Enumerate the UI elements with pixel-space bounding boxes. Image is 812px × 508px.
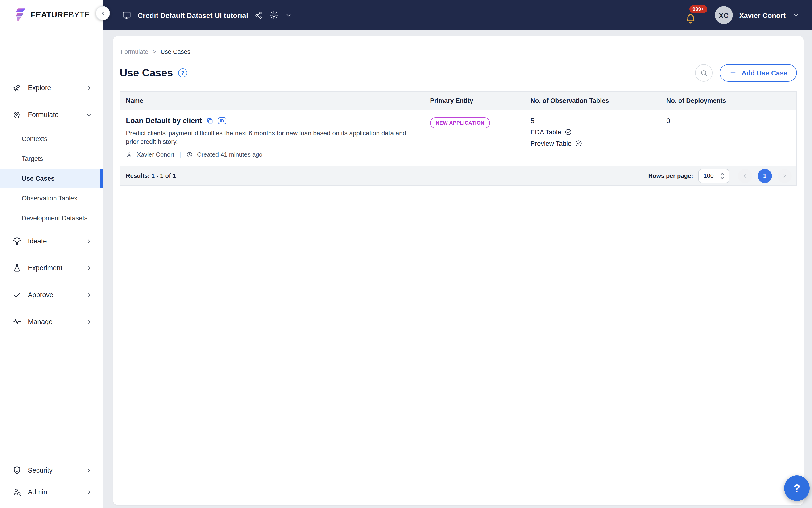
- meta-divider: |: [178, 151, 182, 158]
- sidebar-item-explore[interactable]: Explore: [0, 78, 103, 97]
- clock-icon: [186, 151, 193, 158]
- gear-icon[interactable]: [269, 10, 279, 20]
- use-case-name-link[interactable]: Loan Default by client: [126, 117, 202, 125]
- sidebar-item-label: Manage: [28, 318, 85, 326]
- copy-icon[interactable]: [206, 117, 214, 125]
- project-menu-chevron-down-icon[interactable]: [285, 11, 292, 19]
- formulate-submenu: Contexts Targets Use Cases Observation T…: [0, 130, 103, 228]
- sidebar-item-label: Experiment: [28, 264, 85, 272]
- notifications-button[interactable]: 999+: [683, 6, 708, 25]
- sidebar-item-admin[interactable]: Admin: [0, 482, 103, 501]
- project-title: Credit Default Dataset UI tutorial: [138, 11, 248, 19]
- primary-entity-cell: NEW APPLICATION: [424, 117, 525, 158]
- chevron-right-icon: [85, 291, 92, 298]
- sidebar-item-approve[interactable]: Approve: [0, 285, 103, 304]
- sidebar-item-observation-tables[interactable]: Observation Tables: [0, 189, 103, 208]
- column-header-name: Name: [120, 97, 424, 104]
- telescope-icon: [12, 83, 22, 92]
- help-button[interactable]: ?: [784, 475, 810, 501]
- sidebar-item-security[interactable]: Security: [0, 461, 103, 480]
- user-search-icon: [12, 487, 22, 497]
- check-circle-icon: [565, 128, 572, 136]
- bell-icon: [684, 13, 696, 25]
- content-card: Formulate > Use Cases Use Cases ? Add: [113, 36, 804, 505]
- main-content: Formulate > Use Cases Use Cases ? Add: [103, 30, 812, 508]
- chevron-right-icon: [85, 489, 92, 496]
- results-count: Results: 1 - 1 of 1: [126, 172, 176, 179]
- observation-tables-count: 5: [531, 117, 661, 125]
- chevron-down-icon: [85, 111, 92, 118]
- add-use-case-label: Add Use Case: [741, 69, 787, 77]
- observation-tables-cell: 5 EDA Table Preview Table: [525, 117, 661, 158]
- next-page-button[interactable]: [777, 169, 792, 183]
- previous-page-button[interactable]: [738, 169, 752, 183]
- rows-per-page-stepper[interactable]: [698, 169, 729, 183]
- breadcrumb-separator: >: [152, 48, 156, 55]
- table-row: Loan Default by client ID Predict client…: [120, 111, 797, 166]
- rows-per-page-label: Rows per page:: [648, 172, 693, 179]
- help-question-icon[interactable]: ?: [178, 69, 187, 77]
- sidebar-item-manage[interactable]: Manage: [0, 312, 103, 331]
- share-icon[interactable]: [255, 11, 263, 19]
- sidebar-nav: Explore Formulate Contexts Targets Use C…: [0, 78, 103, 331]
- author-name: Xavier Conort: [137, 151, 174, 158]
- sidebar-item-experiment[interactable]: Experiment: [0, 258, 103, 277]
- user-icon: [126, 151, 133, 158]
- app-root: Credit Default Dataset UI tutorial 999+ …: [0, 0, 812, 508]
- sidebar-item-label: Explore: [28, 84, 85, 91]
- avatar[interactable]: XC: [715, 6, 732, 24]
- shield-check-icon: [12, 466, 22, 475]
- observation-table-item: Preview Table: [531, 140, 661, 147]
- page-title: Use Cases: [120, 67, 173, 79]
- monitor-icon: [122, 10, 132, 20]
- sidebar-item-label: Ideate: [28, 237, 85, 245]
- head-gear-icon: [12, 110, 22, 119]
- sidebar-item-use-cases[interactable]: Use Cases: [0, 169, 103, 188]
- sidebar-collapse-button[interactable]: [96, 6, 110, 20]
- column-header-primary-entity: Primary Entity: [424, 97, 525, 104]
- check-icon: [12, 290, 22, 299]
- chevron-right-icon: [85, 467, 92, 474]
- activity-icon: [12, 317, 22, 326]
- pagination: 1: [738, 169, 792, 183]
- add-use-case-button[interactable]: Add Use Case: [720, 64, 797, 82]
- use-cases-table: Name Primary Entity No. of Observation T…: [120, 91, 797, 186]
- rows-per-page-input[interactable]: [704, 172, 720, 179]
- brand-text: FEATUREBYTE: [31, 10, 90, 20]
- sidebar-item-label: Formulate: [28, 111, 85, 118]
- sidebar-item-formulate[interactable]: Formulate: [0, 105, 103, 124]
- page-number-button[interactable]: 1: [758, 169, 772, 183]
- primary-entity-badge[interactable]: NEW APPLICATION: [430, 118, 490, 128]
- created-timestamp: Created 41 minutes ago: [197, 151, 263, 158]
- chevron-right-icon: [85, 238, 92, 245]
- table-header-row: Name Primary Entity No. of Observation T…: [120, 91, 797, 111]
- page-header: Use Cases ? Add Use Case: [120, 64, 797, 82]
- use-case-description: Predict clients' payment difficulties th…: [126, 129, 409, 146]
- use-case-meta: Xavier Conort | Created 41 minutes ago: [126, 151, 424, 158]
- sidebar-item-ideate[interactable]: Ideate: [0, 231, 103, 250]
- sidebar-item-targets[interactable]: Targets: [0, 150, 103, 168]
- copy-id-icon[interactable]: ID: [218, 118, 226, 124]
- search-button[interactable]: [695, 64, 713, 82]
- sidebar-item-contexts[interactable]: Contexts: [0, 130, 103, 149]
- user-name[interactable]: Xavier Conort: [739, 11, 785, 19]
- flask-icon: [12, 263, 22, 272]
- sidebar: FEATUREBYTE Explore Formulate: [0, 0, 103, 508]
- stepper-arrows-icon[interactable]: [720, 171, 725, 180]
- user-menu-chevron-down-icon[interactable]: [792, 11, 800, 19]
- breadcrumb-parent-link[interactable]: Formulate: [121, 48, 148, 55]
- chevron-right-icon: [85, 264, 92, 271]
- sidebar-item-label: Admin: [28, 488, 85, 496]
- table-footer: Results: 1 - 1 of 1 Rows per page:: [120, 166, 797, 185]
- notification-badge: 999+: [689, 5, 708, 13]
- sidebar-item-label: Security: [28, 466, 85, 474]
- sidebar-item-development-datasets[interactable]: Development Datasets: [0, 209, 103, 228]
- breadcrumb: Formulate > Use Cases: [121, 48, 796, 55]
- plus-icon: [729, 69, 737, 77]
- sidebar-item-label: Approve: [28, 291, 85, 299]
- observation-table-label: EDA Table: [531, 128, 561, 136]
- observation-table-item: EDA Table: [531, 128, 661, 136]
- lightbulb-icon: [12, 236, 22, 246]
- check-circle-icon: [575, 140, 582, 147]
- deployments-cell: 0: [661, 117, 797, 158]
